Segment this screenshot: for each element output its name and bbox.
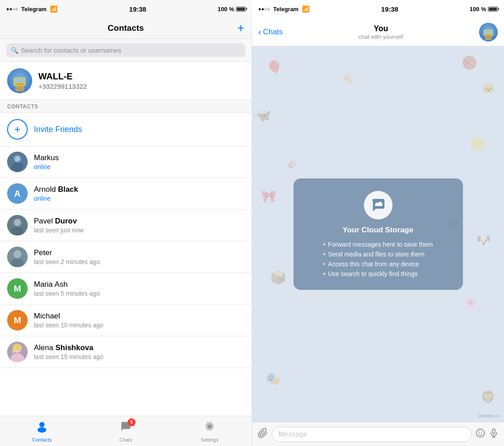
gear-icon [203,420,216,433]
signal-dots-left: ●●○○ [6,6,18,12]
contact-name-pavel: Pavel Durov [34,217,83,226]
back-chevron-icon: ‹ [258,27,261,37]
tab-settings[interactable]: Settings [168,420,252,442]
my-profile-card[interactable]: WALL-E +332299113322 [0,62,252,100]
svg-rect-3 [20,78,25,82]
carrier-left: Telegram [21,6,47,12]
doodle-7: 🐶 [476,234,491,248]
contact-item-markus[interactable]: Markus online [0,146,252,178]
contact-info-maria: Maria Ash last seen 5 minutes ago [34,280,100,297]
contact-status-pavel: last seen just now [34,227,83,234]
svg-rect-2 [15,78,19,82]
search-input-wrap[interactable]: 🔍 Search for contacts or usernames [6,43,245,57]
battery-icon-left [236,7,246,12]
walle-avatar-img [7,68,32,93]
main-content: Contacts + 🔍 Search for contacts or user… [0,18,504,446]
chat-avatar-img [479,23,498,41]
avatar-arnold: A [7,183,28,204]
contact-item-maria[interactable]: M Maria Ash last seen 5 minutes ago [0,273,252,305]
svg-point-22 [39,422,45,427]
contact-info-arnold: Arnold Black online [34,185,78,202]
svg-point-15 [13,250,21,258]
my-profile-phone: +332299113322 [38,83,87,90]
doodle-3: 🐱 [482,82,495,95]
contact-name-maria: Maria Ash [34,280,100,289]
status-bar-left: ●●○○ Telegram 📶 19:38 100 % [0,0,252,18]
avatar-michael: M [7,310,28,330]
emoji-icon [475,428,485,438]
contact-item-arnold[interactable]: A Arnold Black online [0,178,252,210]
battery-icon-right [488,7,498,12]
doodle-11: 🦁 [481,390,495,404]
mic-button[interactable] [489,428,499,441]
contact-item-michael[interactable]: M Michael last seen 10 minutes ago [0,305,252,336]
svg-rect-30 [485,36,492,40]
contact-name-alena: Alena Shishkova [34,343,103,352]
contact-info-michael: Michael last seen 10 minutes ago [34,312,103,329]
status-bar: ●●○○ Telegram 📶 19:38 100 % ●●○○ Telegra… [0,0,504,18]
contact-item-pavel[interactable]: Pavel Durov last seen just now [0,210,252,241]
attach-button[interactable] [257,428,268,441]
svg-point-33 [481,432,482,433]
avatar-maria: M [7,278,28,299]
carrier-right: Telegram [273,6,299,12]
contact-name-markus: Markus [34,153,59,162]
invite-friends-label: Invite Friends [34,125,82,134]
svg-point-32 [479,432,479,433]
back-label: Chats [263,28,283,37]
signal-area-left: ●●○○ Telegram 📶 [6,5,58,12]
my-profile-info: WALL-E +332299113322 [38,71,87,90]
avatar-pavel [7,215,28,235]
search-input[interactable]: Search for contacts or usernames [21,46,121,54]
doodle-4: 🦋 [256,109,271,123]
contact-status-maria: last seen 5 minutes ago [34,290,100,297]
contact-item-alena[interactable]: Alena Shishkova last seen 15 minutes ago [0,336,252,368]
contact-status-arnold: online [34,195,78,202]
my-avatar [7,68,32,93]
add-contact-button[interactable]: + [237,22,244,34]
tab-chats[interactable]: 5 Chats [84,420,168,442]
chat-avatar[interactable] [479,23,498,41]
contact-item-peter[interactable]: Peter last seen 2 minutes ago [0,241,252,273]
svg-point-9 [15,157,20,161]
svg-rect-4 [16,83,23,85]
doodle-12: 🍕 [341,73,353,85]
battery-area-right: 100 % [470,6,498,12]
message-input[interactable]: Message [272,427,472,442]
person-icon [36,420,48,433]
battery-area-left: 100 % [218,6,246,12]
svg-point-31 [476,429,484,437]
svg-rect-29 [486,35,491,36]
wifi-icon-right: 📶 [302,5,310,12]
contact-list: + Invite Friends Markus onl [0,113,252,416]
message-bar: Message [252,422,504,446]
status-bar-right: ●●○○ Telegram 📶 19:38 100 % [252,0,504,18]
cloud-bullet-4: • Use search to quickly find things [323,270,433,277]
contact-status-peter: last seen 2 minutes ago [34,258,100,265]
tab-label-chats: Chats [120,437,132,442]
cloud-icon-wrap [364,191,392,219]
cloud-bullet-2: • Send media and files to store them [323,251,433,258]
emoji-button[interactable] [475,428,485,440]
invite-friends-item[interactable]: + Invite Friends [0,113,252,146]
svg-rect-34 [492,429,495,434]
tab-contacts[interactable]: Contacts [0,420,84,442]
chat-area: 🎈 🏀 🐱 🦋 🌟 🎀 🐶 📦 🌸 🎭 🦁 🍕 🎸 🎪 [252,46,504,422]
chats-badge: 5 [128,418,136,426]
markus-avatar-img [7,152,28,172]
message-placeholder: Message [278,430,307,438]
wifi-icon-left: 📶 [50,5,58,12]
contact-info-alena: Alena Shishkova last seen 15 minutes ago [34,343,103,360]
doodle-2: 🏀 [462,55,477,70]
cloud-storage-title: Your Cloud Storage [343,226,413,235]
mic-icon [489,428,499,438]
cloud-bullet-3: • Access this chat from any device [323,260,433,268]
contact-info-markus: Markus online [34,153,59,170]
svg-point-23 [37,427,46,433]
contact-status-markus: online [34,163,59,170]
back-button[interactable]: ‹ Chats [258,27,283,37]
tab-label-settings: Settings [201,437,219,442]
settings-tab-icon [203,420,216,436]
right-panel: ‹ Chats You chat with yourself [252,18,504,446]
doodle-5: 🌟 [470,136,486,151]
